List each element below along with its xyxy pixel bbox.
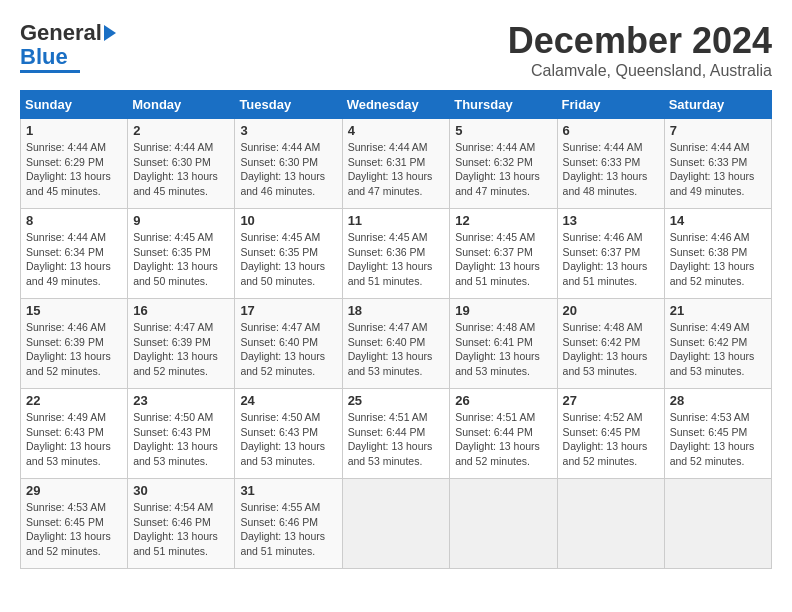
day-number: 15 bbox=[26, 303, 122, 318]
day-number: 26 bbox=[455, 393, 551, 408]
day-info: Sunrise: 4:44 AM Sunset: 6:30 PM Dayligh… bbox=[133, 140, 229, 199]
day-number: 9 bbox=[133, 213, 229, 228]
day-info: Sunrise: 4:47 AM Sunset: 6:40 PM Dayligh… bbox=[348, 320, 445, 379]
day-info: Sunrise: 4:44 AM Sunset: 6:33 PM Dayligh… bbox=[563, 140, 659, 199]
calendar-week-3: 15 Sunrise: 4:46 AM Sunset: 6:39 PM Dayl… bbox=[21, 299, 772, 389]
day-info: Sunrise: 4:44 AM Sunset: 6:29 PM Dayligh… bbox=[26, 140, 122, 199]
table-row bbox=[450, 479, 557, 569]
header-wednesday: Wednesday bbox=[342, 91, 450, 119]
table-row: 28 Sunrise: 4:53 AM Sunset: 6:45 PM Dayl… bbox=[664, 389, 771, 479]
day-info: Sunrise: 4:44 AM Sunset: 6:31 PM Dayligh… bbox=[348, 140, 445, 199]
table-row: 29 Sunrise: 4:53 AM Sunset: 6:45 PM Dayl… bbox=[21, 479, 128, 569]
day-info: Sunrise: 4:45 AM Sunset: 6:35 PM Dayligh… bbox=[240, 230, 336, 289]
table-row: 19 Sunrise: 4:48 AM Sunset: 6:41 PM Dayl… bbox=[450, 299, 557, 389]
table-row: 2 Sunrise: 4:44 AM Sunset: 6:30 PM Dayli… bbox=[128, 119, 235, 209]
day-info: Sunrise: 4:44 AM Sunset: 6:30 PM Dayligh… bbox=[240, 140, 336, 199]
day-info: Sunrise: 4:44 AM Sunset: 6:32 PM Dayligh… bbox=[455, 140, 551, 199]
day-number: 4 bbox=[348, 123, 445, 138]
logo-general: General bbox=[20, 20, 102, 46]
day-number: 3 bbox=[240, 123, 336, 138]
day-number: 6 bbox=[563, 123, 659, 138]
table-row: 26 Sunrise: 4:51 AM Sunset: 6:44 PM Dayl… bbox=[450, 389, 557, 479]
day-info: Sunrise: 4:44 AM Sunset: 6:33 PM Dayligh… bbox=[670, 140, 766, 199]
calendar-week-1: 1 Sunrise: 4:44 AM Sunset: 6:29 PM Dayli… bbox=[21, 119, 772, 209]
day-number: 23 bbox=[133, 393, 229, 408]
day-number: 25 bbox=[348, 393, 445, 408]
day-info: Sunrise: 4:47 AM Sunset: 6:40 PM Dayligh… bbox=[240, 320, 336, 379]
table-row: 1 Sunrise: 4:44 AM Sunset: 6:29 PM Dayli… bbox=[21, 119, 128, 209]
title-block: December 2024 Calamvale, Queensland, Aus… bbox=[508, 20, 772, 80]
day-number: 2 bbox=[133, 123, 229, 138]
day-number: 31 bbox=[240, 483, 336, 498]
day-number: 16 bbox=[133, 303, 229, 318]
table-row: 17 Sunrise: 4:47 AM Sunset: 6:40 PM Dayl… bbox=[235, 299, 342, 389]
calendar-week-5: 29 Sunrise: 4:53 AM Sunset: 6:45 PM Dayl… bbox=[21, 479, 772, 569]
table-row: 21 Sunrise: 4:49 AM Sunset: 6:42 PM Dayl… bbox=[664, 299, 771, 389]
day-info: Sunrise: 4:46 AM Sunset: 6:37 PM Dayligh… bbox=[563, 230, 659, 289]
calendar-subtitle: Calamvale, Queensland, Australia bbox=[508, 62, 772, 80]
table-row bbox=[342, 479, 450, 569]
table-row: 6 Sunrise: 4:44 AM Sunset: 6:33 PM Dayli… bbox=[557, 119, 664, 209]
header-thursday: Thursday bbox=[450, 91, 557, 119]
day-number: 29 bbox=[26, 483, 122, 498]
table-row: 30 Sunrise: 4:54 AM Sunset: 6:46 PM Dayl… bbox=[128, 479, 235, 569]
day-number: 22 bbox=[26, 393, 122, 408]
logo-line bbox=[20, 70, 80, 73]
table-row: 20 Sunrise: 4:48 AM Sunset: 6:42 PM Dayl… bbox=[557, 299, 664, 389]
table-row: 7 Sunrise: 4:44 AM Sunset: 6:33 PM Dayli… bbox=[664, 119, 771, 209]
table-row: 3 Sunrise: 4:44 AM Sunset: 6:30 PM Dayli… bbox=[235, 119, 342, 209]
table-row: 24 Sunrise: 4:50 AM Sunset: 6:43 PM Dayl… bbox=[235, 389, 342, 479]
logo-blue: Blue bbox=[20, 46, 68, 68]
day-info: Sunrise: 4:46 AM Sunset: 6:38 PM Dayligh… bbox=[670, 230, 766, 289]
day-info: Sunrise: 4:51 AM Sunset: 6:44 PM Dayligh… bbox=[348, 410, 445, 469]
day-number: 20 bbox=[563, 303, 659, 318]
day-info: Sunrise: 4:51 AM Sunset: 6:44 PM Dayligh… bbox=[455, 410, 551, 469]
day-number: 1 bbox=[26, 123, 122, 138]
day-number: 24 bbox=[240, 393, 336, 408]
day-info: Sunrise: 4:53 AM Sunset: 6:45 PM Dayligh… bbox=[26, 500, 122, 559]
day-info: Sunrise: 4:53 AM Sunset: 6:45 PM Dayligh… bbox=[670, 410, 766, 469]
day-number: 13 bbox=[563, 213, 659, 228]
table-row bbox=[557, 479, 664, 569]
day-info: Sunrise: 4:50 AM Sunset: 6:43 PM Dayligh… bbox=[133, 410, 229, 469]
day-info: Sunrise: 4:45 AM Sunset: 6:37 PM Dayligh… bbox=[455, 230, 551, 289]
table-row: 12 Sunrise: 4:45 AM Sunset: 6:37 PM Dayl… bbox=[450, 209, 557, 299]
table-row: 9 Sunrise: 4:45 AM Sunset: 6:35 PM Dayli… bbox=[128, 209, 235, 299]
day-info: Sunrise: 4:45 AM Sunset: 6:35 PM Dayligh… bbox=[133, 230, 229, 289]
day-number: 11 bbox=[348, 213, 445, 228]
day-info: Sunrise: 4:44 AM Sunset: 6:34 PM Dayligh… bbox=[26, 230, 122, 289]
day-number: 18 bbox=[348, 303, 445, 318]
day-number: 30 bbox=[133, 483, 229, 498]
page-header: General Blue December 2024 Calamvale, Qu… bbox=[20, 20, 772, 80]
table-row: 8 Sunrise: 4:44 AM Sunset: 6:34 PM Dayli… bbox=[21, 209, 128, 299]
table-row: 11 Sunrise: 4:45 AM Sunset: 6:36 PM Dayl… bbox=[342, 209, 450, 299]
table-row: 10 Sunrise: 4:45 AM Sunset: 6:35 PM Dayl… bbox=[235, 209, 342, 299]
table-row: 27 Sunrise: 4:52 AM Sunset: 6:45 PM Dayl… bbox=[557, 389, 664, 479]
day-number: 5 bbox=[455, 123, 551, 138]
day-info: Sunrise: 4:49 AM Sunset: 6:42 PM Dayligh… bbox=[670, 320, 766, 379]
table-row: 16 Sunrise: 4:47 AM Sunset: 6:39 PM Dayl… bbox=[128, 299, 235, 389]
weekday-header-row: Sunday Monday Tuesday Wednesday Thursday… bbox=[21, 91, 772, 119]
day-info: Sunrise: 4:52 AM Sunset: 6:45 PM Dayligh… bbox=[563, 410, 659, 469]
header-sunday: Sunday bbox=[21, 91, 128, 119]
table-row: 31 Sunrise: 4:55 AM Sunset: 6:46 PM Dayl… bbox=[235, 479, 342, 569]
logo-arrow-icon bbox=[104, 25, 116, 41]
table-row: 25 Sunrise: 4:51 AM Sunset: 6:44 PM Dayl… bbox=[342, 389, 450, 479]
day-info: Sunrise: 4:46 AM Sunset: 6:39 PM Dayligh… bbox=[26, 320, 122, 379]
header-tuesday: Tuesday bbox=[235, 91, 342, 119]
calendar-week-2: 8 Sunrise: 4:44 AM Sunset: 6:34 PM Dayli… bbox=[21, 209, 772, 299]
table-row: 23 Sunrise: 4:50 AM Sunset: 6:43 PM Dayl… bbox=[128, 389, 235, 479]
day-info: Sunrise: 4:48 AM Sunset: 6:42 PM Dayligh… bbox=[563, 320, 659, 379]
table-row: 22 Sunrise: 4:49 AM Sunset: 6:43 PM Dayl… bbox=[21, 389, 128, 479]
table-row: 5 Sunrise: 4:44 AM Sunset: 6:32 PM Dayli… bbox=[450, 119, 557, 209]
table-row: 13 Sunrise: 4:46 AM Sunset: 6:37 PM Dayl… bbox=[557, 209, 664, 299]
day-info: Sunrise: 4:49 AM Sunset: 6:43 PM Dayligh… bbox=[26, 410, 122, 469]
day-info: Sunrise: 4:48 AM Sunset: 6:41 PM Dayligh… bbox=[455, 320, 551, 379]
header-friday: Friday bbox=[557, 91, 664, 119]
header-saturday: Saturday bbox=[664, 91, 771, 119]
calendar-table: Sunday Monday Tuesday Wednesday Thursday… bbox=[20, 90, 772, 569]
day-info: Sunrise: 4:55 AM Sunset: 6:46 PM Dayligh… bbox=[240, 500, 336, 559]
day-number: 27 bbox=[563, 393, 659, 408]
table-row: 14 Sunrise: 4:46 AM Sunset: 6:38 PM Dayl… bbox=[664, 209, 771, 299]
day-number: 21 bbox=[670, 303, 766, 318]
